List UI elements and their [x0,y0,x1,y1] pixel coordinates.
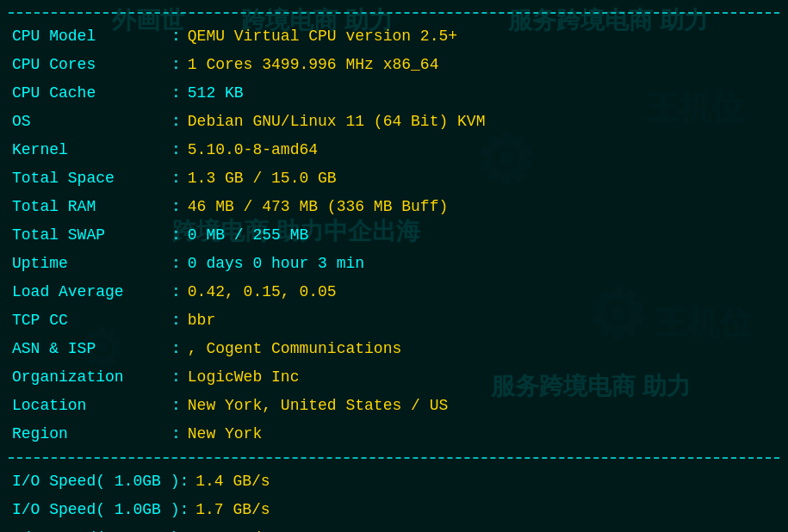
table-row: Uptime : 0 days 0 hour 3 min [12,250,776,278]
cpu-cores-value: 1 Cores 3499.996 MHz x86_64 [188,53,439,77]
tcp-cc-label: TCP CC [12,309,171,332]
total-swap-label: Total SWAP [12,224,171,247]
system-info-section: CPU Model : QEMU Virtual CPU version 2.5… [0,19,788,452]
system-info-container: 外画世 跨境电商 助力 服务跨境电商 助力 跨境电商 助力中企出海 服务跨境电商… [0,0,788,532]
table-row: I/O Speed( 1.0GB ) : 1.4 GB/s [12,467,776,496]
table-row: Total Space : 1.3 GB / 15.0 GB [12,164,776,193]
table-row: I/O Speed( 1.0GB ) : 1.7 GB/s [12,496,776,524]
top-divider [9,12,779,14]
table-row: I/O Speed( 1.0GB ) : 1.7 GB/s [12,524,776,532]
table-row: Kernel : 5.10.0-8-amd64 [12,136,776,164]
region-label: Region [12,423,171,446]
io-speed-2-value: 1.7 GB/s [195,498,270,522]
load-average-label: Load Average [12,281,171,304]
table-row: CPU Model : QEMU Virtual CPU version 2.5… [12,22,776,51]
os-value: Debian GNU/Linux 11 (64 Bit) KVM [188,110,486,133]
table-row: CPU Cores : 1 Cores 3499.996 MHz x86_64 [12,51,776,79]
cpu-cores-label: CPU Cores [12,53,171,77]
os-label: OS [12,110,171,133]
io-speed-section: I/O Speed( 1.0GB ) : 1.4 GB/s I/O Speed(… [0,464,788,532]
cpu-cache-label: CPU Cache [12,82,171,105]
table-row: Organization : LogicWeb Inc [12,363,776,392]
table-row: Total RAM : 46 MB / 473 MB (336 MB Buff) [12,193,776,221]
total-space-value: 1.3 GB / 15.0 GB [188,167,337,190]
tcp-cc-value: bbr [188,309,215,332]
io-speed-3-label: I/O Speed( 1.0GB ) [12,527,179,532]
total-space-label: Total Space [12,167,171,190]
asn-isp-value: , Cogent Communications [188,337,401,361]
cpu-model-label: CPU Model [12,25,171,48]
uptime-label: Uptime [12,252,171,275]
location-value: New York, United States / US [188,394,448,418]
kernel-value: 5.10.0-8-amd64 [188,139,318,162]
io-speed-3-value: 1.7 GB/s [195,527,270,532]
asn-isp-label: ASN & ISP [12,337,171,361]
location-label: Location [12,394,171,418]
table-row: ASN & ISP : , Cogent Communications [12,335,776,363]
table-row: CPU Cache : 512 KB [12,79,776,108]
table-row: Region : New York [12,420,776,448]
organization-label: Organization [12,366,171,389]
io-speed-2-label: I/O Speed( 1.0GB ) [12,498,179,522]
table-row: TCP CC : bbr [12,306,776,335]
total-swap-value: 0 MB / 255 MB [188,224,308,247]
total-ram-value: 46 MB / 473 MB (336 MB Buff) [188,195,448,219]
table-row: Location : New York, United States / US [12,392,776,420]
kernel-label: Kernel [12,139,171,162]
cpu-cache-value: 512 KB [188,82,244,105]
organization-value: LogicWeb Inc [188,366,300,389]
io-speed-1-value: 1.4 GB/s [195,470,270,493]
uptime-value: 0 days 0 hour 3 min [188,252,364,275]
table-row: Total SWAP : 0 MB / 255 MB [12,221,776,250]
cpu-model-value: QEMU Virtual CPU version 2.5+ [188,25,457,48]
total-ram-label: Total RAM [12,195,171,219]
table-row: Load Average : 0.42, 0.15, 0.05 [12,278,776,306]
load-average-value: 0.42, 0.15, 0.05 [188,281,337,304]
region-value: New York [188,423,262,446]
table-row: OS : Debian GNU/Linux 11 (64 Bit) KVM [12,108,776,136]
io-speed-1-label: I/O Speed( 1.0GB ) [12,470,179,493]
middle-divider [9,457,779,459]
